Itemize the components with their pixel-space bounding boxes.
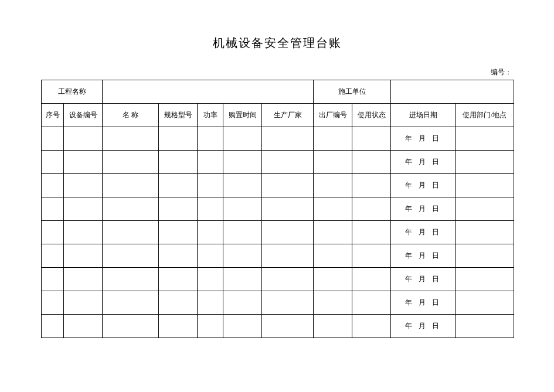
cell-power — [198, 268, 223, 291]
cell-entry_date: 年 月 日 — [391, 197, 456, 221]
cell-device_no — [64, 244, 103, 268]
project-value — [103, 80, 314, 104]
cell-seq — [42, 291, 64, 315]
table-row: 年 月 日 — [42, 291, 514, 315]
cell-manufacturer — [262, 315, 314, 338]
cell-seq — [42, 315, 64, 338]
cell-status — [352, 151, 391, 174]
cell-device_no — [64, 151, 103, 174]
cell-purchase_time — [223, 315, 262, 338]
cell-spec — [159, 268, 198, 291]
cell-factory_no — [314, 291, 352, 315]
cell-name — [103, 174, 159, 197]
cell-factory_no — [314, 197, 352, 221]
table-row: 年 月 日 — [42, 244, 514, 268]
cell-factory_no — [314, 174, 352, 197]
cell-spec — [159, 174, 198, 197]
cell-manufacturer — [262, 291, 314, 315]
col-status: 使用状态 — [352, 104, 391, 127]
cell-power — [198, 291, 223, 315]
cell-factory_no — [314, 315, 352, 338]
contractor-value — [391, 80, 514, 104]
cell-device_no — [64, 127, 103, 151]
cell-status — [352, 291, 391, 315]
cell-dept_location — [456, 197, 514, 221]
cell-entry_date: 年 月 日 — [391, 268, 456, 291]
table-row: 年 月 日 — [42, 174, 514, 197]
cell-power — [198, 244, 223, 268]
cell-name — [103, 315, 159, 338]
cell-entry_date: 年 月 日 — [391, 315, 456, 338]
cell-seq — [42, 244, 64, 268]
cell-spec — [159, 197, 198, 221]
cell-name — [103, 268, 159, 291]
col-device-no: 设备编号 — [64, 104, 103, 127]
cell-purchase_time — [223, 197, 262, 221]
cell-factory_no — [314, 244, 352, 268]
table-row: 年 月 日 — [42, 127, 514, 151]
cell-purchase_time — [223, 151, 262, 174]
cell-power — [198, 221, 223, 244]
cell-manufacturer — [262, 197, 314, 221]
col-dept-location: 使用部门/地点 — [456, 104, 514, 127]
cell-device_no — [64, 197, 103, 221]
cell-purchase_time — [223, 244, 262, 268]
cell-device_no — [64, 268, 103, 291]
col-name: 名 称 — [103, 104, 159, 127]
cell-spec — [159, 315, 198, 338]
cell-entry_date: 年 月 日 — [391, 291, 456, 315]
cell-dept_location — [456, 127, 514, 151]
cell-factory_no — [314, 268, 352, 291]
cell-name — [103, 197, 159, 221]
cell-device_no — [64, 174, 103, 197]
cell-name — [103, 221, 159, 244]
cell-dept_location — [456, 315, 514, 338]
cell-seq — [42, 174, 64, 197]
cell-name — [103, 151, 159, 174]
cell-purchase_time — [223, 174, 262, 197]
document-page: 机械设备安全管理台账 编号： 工程名称 施工单位 序号 设备编号 名 称 规格型 — [0, 0, 554, 362]
cell-power — [198, 151, 223, 174]
cell-entry_date: 年 月 日 — [391, 127, 456, 151]
cell-dept_location — [456, 291, 514, 315]
cell-status — [352, 197, 391, 221]
cell-factory_no — [314, 221, 352, 244]
table-row: 年 月 日 — [42, 221, 514, 244]
cell-spec — [159, 127, 198, 151]
cell-status — [352, 315, 391, 338]
cell-entry_date: 年 月 日 — [391, 174, 456, 197]
col-power: 功率 — [198, 104, 223, 127]
cell-manufacturer — [262, 151, 314, 174]
table-row: 年 月 日 — [42, 268, 514, 291]
cell-power — [198, 174, 223, 197]
cell-manufacturer — [262, 268, 314, 291]
col-seq: 序号 — [42, 104, 64, 127]
cell-seq — [42, 151, 64, 174]
cell-status — [352, 174, 391, 197]
cell-manufacturer — [262, 244, 314, 268]
serial-number-label: 编号： — [41, 67, 513, 77]
col-factory-no: 出厂编号 — [314, 104, 352, 127]
table-row: 年 月 日 — [42, 315, 514, 338]
cell-manufacturer — [262, 174, 314, 197]
cell-status — [352, 221, 391, 244]
cell-dept_location — [456, 151, 514, 174]
cell-dept_location — [456, 244, 514, 268]
cell-spec — [159, 291, 198, 315]
cell-dept_location — [456, 268, 514, 291]
cell-status — [352, 244, 391, 268]
cell-purchase_time — [223, 268, 262, 291]
cell-manufacturer — [262, 221, 314, 244]
table-row: 年 月 日 — [42, 151, 514, 174]
cell-entry_date: 年 月 日 — [391, 244, 456, 268]
cell-seq — [42, 127, 64, 151]
cell-seq — [42, 268, 64, 291]
col-entry-date: 进场日期 — [391, 104, 456, 127]
cell-purchase_time — [223, 221, 262, 244]
cell-power — [198, 127, 223, 151]
cell-device_no — [64, 291, 103, 315]
cell-purchase_time — [223, 127, 262, 151]
table-row: 年 月 日 — [42, 197, 514, 221]
col-manufacturer: 生产厂家 — [262, 104, 314, 127]
table-header-row: 序号 设备编号 名 称 规格型号 功率 购置时间 生产厂家 出厂编号 使用状态 … — [42, 104, 514, 127]
